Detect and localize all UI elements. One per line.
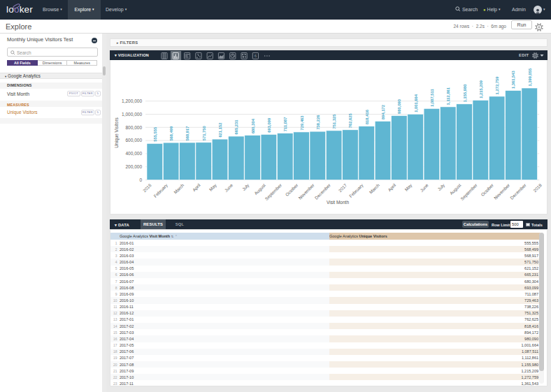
svg-text:571,750: 571,750 xyxy=(202,126,206,140)
svg-text:November: November xyxy=(297,182,315,200)
svg-text:665,231: 665,231 xyxy=(234,119,238,135)
svg-text:980,090: 980,090 xyxy=(397,99,401,114)
svg-text:Visit Month: Visit Month xyxy=(327,200,349,205)
svg-text:April: April xyxy=(192,182,202,193)
svg-text:751,325: 751,325 xyxy=(332,114,336,129)
svg-text:600,000: 600,000 xyxy=(126,138,143,143)
svg-text:June: June xyxy=(224,182,234,193)
svg-text:August: August xyxy=(449,182,463,196)
svg-text:May: May xyxy=(403,182,414,193)
svg-text:894,172: 894,172 xyxy=(381,105,385,119)
svg-text:April: April xyxy=(387,182,397,193)
svg-text:March: March xyxy=(173,182,185,195)
svg-text:738,226: 738,226 xyxy=(316,115,320,130)
svg-text:693,099: 693,099 xyxy=(267,117,271,133)
svg-text:568,499: 568,499 xyxy=(169,126,173,141)
svg-text:1,155,980: 1,155,980 xyxy=(463,85,467,103)
svg-text:October: October xyxy=(480,182,494,197)
svg-text:680,304: 680,304 xyxy=(251,118,255,133)
svg-text:1,000,000: 1,000,000 xyxy=(122,112,142,117)
svg-text:March: March xyxy=(368,182,381,195)
svg-text:October: October xyxy=(285,182,299,197)
svg-text:August: August xyxy=(253,182,267,196)
svg-text:May: May xyxy=(208,182,219,193)
svg-text:September: September xyxy=(264,182,282,201)
svg-text:711,087: 711,087 xyxy=(283,117,287,132)
svg-text:June: June xyxy=(419,182,429,193)
svg-text:555,555: 555,555 xyxy=(153,126,157,142)
svg-text:568,917: 568,917 xyxy=(185,126,189,141)
svg-text:July: July xyxy=(241,182,251,192)
svg-text:1,361,543: 1,361,543 xyxy=(511,70,515,89)
svg-text:2017: 2017 xyxy=(337,182,348,193)
svg-text:400,000: 400,000 xyxy=(126,151,143,156)
svg-text:762,625: 762,625 xyxy=(348,113,352,129)
svg-text:729,463: 729,463 xyxy=(300,115,304,131)
svg-text:1,001,664: 1,001,664 xyxy=(414,94,418,112)
svg-text:1,112,861: 1,112,861 xyxy=(446,87,450,105)
svg-text:2016: 2016 xyxy=(142,182,152,193)
svg-text:1,200,000: 1,200,000 xyxy=(122,99,142,103)
svg-text:September: September xyxy=(459,182,478,201)
svg-text:Unique Visitors: Unique Visitors xyxy=(114,117,120,147)
svg-text:200,000: 200,000 xyxy=(126,164,143,169)
svg-text:621,152: 621,152 xyxy=(218,123,222,138)
svg-text:1,399,055: 1,399,055 xyxy=(528,68,532,87)
svg-text:6: 6 xyxy=(254,54,257,58)
svg-text:800,000: 800,000 xyxy=(126,125,143,130)
svg-text:0: 0 xyxy=(139,177,142,182)
svg-text:818,416: 818,416 xyxy=(365,109,369,124)
svg-text:December: December xyxy=(509,182,527,200)
svg-text:February: February xyxy=(152,182,169,199)
svg-text:2018: 2018 xyxy=(532,182,543,193)
svg-text:December: December xyxy=(314,182,331,200)
svg-text:July: July xyxy=(436,182,446,192)
svg-text:November: November xyxy=(493,182,510,200)
svg-text:1,215,209: 1,215,209 xyxy=(479,80,483,99)
svg-text:February: February xyxy=(348,182,365,199)
svg-text:1,087,511: 1,087,511 xyxy=(430,89,434,107)
svg-text:1,272,759: 1,272,759 xyxy=(495,76,499,95)
